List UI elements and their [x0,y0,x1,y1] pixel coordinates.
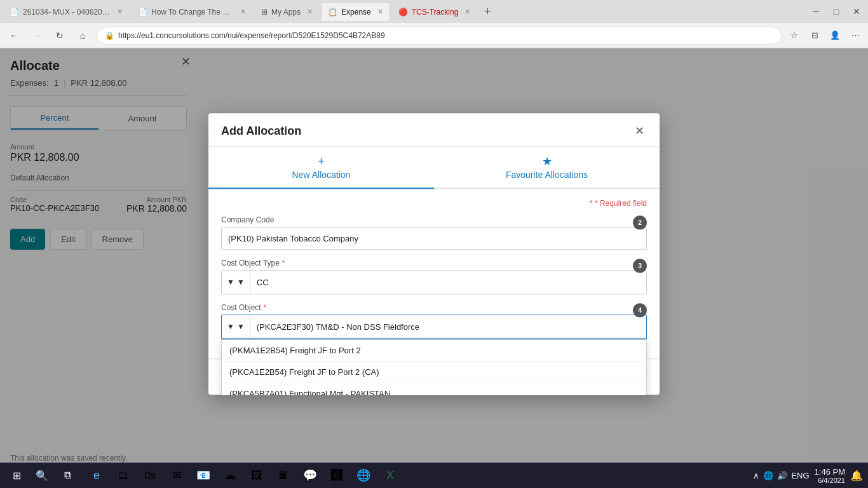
taskbar: ⊞ 🔍 ⧉ e 🗂 🛍 ✉ 📧 ☁ 🖼 🖩 💬 🅰 🌐 X ∧ 🌐 🔊 ENG … [0,463,868,488]
cost-object-filter-btn[interactable]: ▼ ▼ [222,315,250,338]
volume-icon: 🔊 [777,471,787,480]
cost-object-type-input[interactable] [250,271,646,294]
cost-object-input-row: ▼ ▼ [221,315,647,339]
modal-close-button[interactable]: ✕ [632,123,647,139]
cost-object-type-label: Cost Object Type * [221,259,647,268]
lang-indicator: ENG [791,471,809,480]
taskbar-right: ∧ 🌐 🔊 ENG 1:46 PM 6/4/2021 🔔 [753,467,863,484]
step-2-badge: 2 [633,215,647,229]
taskbar-clock[interactable]: 1:46 PM 6/4/2021 [815,467,845,484]
clock-date: 6/4/2021 [815,477,845,484]
tab-3-icon: ⊞ [261,8,268,17]
bookmarks-icon[interactable]: ☆ [787,28,802,43]
tab-2-icon: 📄 [138,8,147,17]
filter-icon-type: ▼ [227,278,234,287]
cost-object-type-filter-btn[interactable]: ▼ ▼ [222,271,250,294]
tab-3[interactable]: ⊞ My Apps ✕ [254,2,320,21]
tab-1[interactable]: 📄 261034- MUX - 04062021050 ✕ [3,2,130,21]
cost-object-field: Cost Object * 4 ▼ ▼ (PKMA1E2B54) Freight… [221,303,647,339]
add-allocation-modal: Add Allocation ✕ + New Allocation ★ Favo… [208,113,660,395]
modal-tabs: + New Allocation ★ Favourite Allocations [208,147,660,189]
tab-5-label: TCS-Tracking [412,8,459,17]
search-button[interactable]: 🔍 [31,464,53,487]
tab-3-close[interactable]: ✕ [307,8,313,16]
close-window-button[interactable]: ✕ [848,3,865,20]
company-code-label: Company Code [221,215,647,224]
taskbar-apps: e 🗂 🛍 ✉ 📧 ☁ 🖼 🖩 💬 🅰 🌐 X [84,464,403,487]
browser-chrome: 📄 261034- MUX - 04062021050 ✕ 📄 How To C… [0,0,868,49]
taskbar-edge2[interactable]: 🌐 [351,464,376,487]
taskbar-mail[interactable]: ✉ [164,464,189,487]
tab-4-icon: 📋 [328,8,337,17]
plus-icon: + [318,155,325,168]
lock-icon: 🔒 [105,31,114,40]
required-asterisk-type: * [282,259,285,268]
home-button[interactable]: ⌂ [74,27,92,44]
taskbar-explorer[interactable]: 🗂 [111,464,136,487]
start-button[interactable]: ⊞ [5,464,28,487]
taskbar-photos[interactable]: 🖼 [244,464,269,487]
taskbar-onedrive[interactable]: ☁ [217,464,243,487]
minimize-button[interactable]: ─ [807,3,825,20]
new-allocation-tab-label: New Allocation [292,170,351,180]
company-code-input[interactable] [221,227,647,250]
tab-1-label: 261034- MUX - 04062021050 [23,8,111,17]
filter-icon-obj: ▼ [227,322,234,331]
modal-body: * * Required field Company Code 2 Cost O… [208,189,660,358]
favourite-allocations-tab[interactable]: ★ Favourite Allocations [434,147,660,189]
clock-time: 1:46 PM [815,467,845,477]
network-icon: 🌐 [763,471,773,480]
profile-icon[interactable]: 👤 [827,28,843,43]
taskbar-access[interactable]: 🅰 [324,464,349,487]
reload-button[interactable]: ↻ [51,27,69,44]
chevron-icon-obj: ▼ [237,322,245,331]
taskbar-outlook[interactable]: 📧 [191,464,216,487]
tab-2[interactable]: 📄 How To Change The Cost Ce ✕ [131,2,253,21]
taskbar-calculator[interactable]: 🖩 [271,464,296,487]
tab-2-label: How To Change The Cost Ce [151,8,234,17]
tab-1-icon: 📄 [10,8,19,17]
star-icon: ★ [542,154,552,168]
tab-4[interactable]: 📋 Expense ✕ [321,2,390,21]
tab-4-close[interactable]: ✕ [377,8,383,16]
company-code-field: Company Code 2 [221,215,647,250]
tab-5[interactable]: 🔴 TCS-Tracking ✕ [391,2,478,21]
collection-icon[interactable]: ⊟ [807,28,822,43]
step-3-badge: 3 [633,259,647,273]
taskbar-tray: ∧ 🌐 🔊 ENG [753,471,809,480]
new-tab-button[interactable]: + [478,3,496,20]
url-text: https://eu1.concursolutions.com/nui/expe… [118,31,385,40]
tab-5-icon: 🔴 [398,8,408,17]
modal-header: Add Allocation ✕ [208,113,660,147]
tab-bar: 📄 261034- MUX - 04062021050 ✕ 📄 How To C… [0,0,868,23]
taskbar-edge[interactable]: e [84,464,109,487]
modal-title: Add Allocation [221,125,301,138]
taskbar-teams[interactable]: 💬 [297,464,323,487]
taskbar-store[interactable]: 🛍 [137,464,163,487]
step-4-badge: 4 [633,303,647,317]
dropdown-item-1[interactable]: (PKCA1E2B54) Freight JF to Port 2 (CA) [222,362,646,383]
cost-object-input[interactable] [250,315,646,338]
taskbar-excel[interactable]: X [377,464,403,487]
cost-object-dropdown: (PKMA1E2B54) Freight JF to Port 2 (PKCA1… [221,339,647,395]
tab-4-label: Expense [341,8,371,17]
maximize-button[interactable]: □ [827,3,845,20]
settings-icon[interactable]: ⋯ [848,28,863,43]
dropdown-item-2[interactable]: (PKCA5B7A01) Functional Mgt - PAKISTAN [222,383,646,395]
back-button[interactable]: ← [5,27,23,44]
tab-2-close[interactable]: ✕ [240,8,246,16]
notification-button[interactable]: 🔔 [850,470,863,482]
new-allocation-tab[interactable]: + New Allocation [208,147,434,189]
required-asterisk-object: * [264,303,267,312]
task-view-button[interactable]: ⧉ [56,464,79,487]
cost-object-type-field: Cost Object Type * 3 ▼ ▼ [221,259,647,294]
cost-object-type-input-row: ▼ ▼ [221,270,647,294]
dropdown-item-0[interactable]: (PKMA1E2B54) Freight JF to Port 2 [222,340,646,362]
tab-5-close[interactable]: ✕ [465,8,470,16]
browser-toolbar: ☆ ⊟ 👤 ⋯ [787,28,863,43]
chevron-icon-type: ▼ [237,278,245,287]
url-bar[interactable]: 🔒 https://eu1.concursolutions.com/nui/ex… [97,27,782,44]
tab-1-close[interactable]: ✕ [117,8,123,16]
forward-button[interactable]: → [28,27,46,44]
chevron-up-icon[interactable]: ∧ [753,471,759,480]
